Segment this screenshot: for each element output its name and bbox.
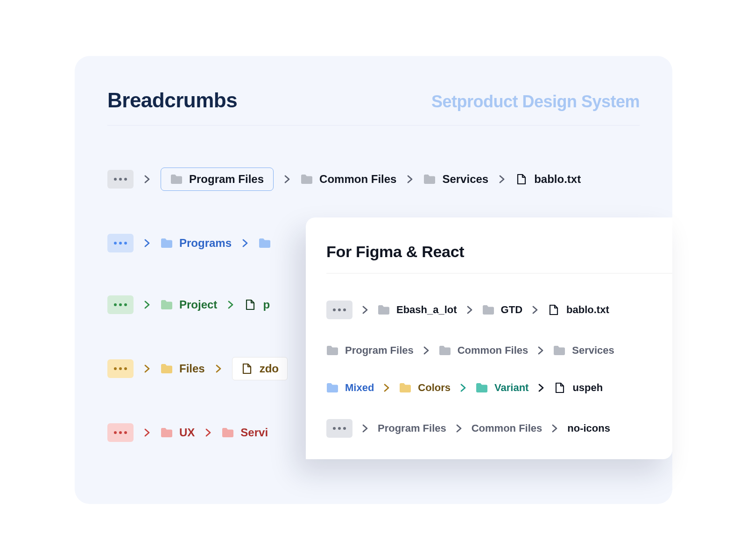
breadcrumb-file[interactable]: bablo.txt (515, 173, 581, 186)
breadcrumb-label: Program Files (345, 344, 414, 357)
folder-icon (423, 174, 436, 184)
folder-icon (476, 383, 488, 393)
folder-icon (326, 383, 338, 393)
breadcrumb-item-programs[interactable]: Programs (161, 237, 232, 250)
showcase-front-card: For Figma & React Ebash_a_lot GTD bablo.… (306, 217, 672, 459)
chevron-right-icon (143, 175, 151, 183)
folder-icon (170, 174, 183, 184)
breadcrumb-label: GTD (501, 304, 522, 316)
chevron-right-icon (536, 346, 545, 355)
breadcrumb-label: zdo (260, 362, 279, 375)
folder-icon (161, 427, 173, 438)
breadcrumb-tail[interactable]: no-icons (567, 422, 610, 434)
breadcrumb-label: Program Files (378, 422, 446, 434)
breadcrumb-file-truncated[interactable]: p (244, 298, 270, 311)
folder-icon (553, 345, 565, 356)
breadcrumb-item[interactable]: Program Files (378, 422, 446, 434)
breadcrumb-label: UX (179, 426, 195, 439)
file-icon (241, 364, 253, 374)
breadcrumb-item-program-files[interactable]: Program Files (161, 168, 274, 191)
breadcrumb-label: bablo.txt (566, 304, 609, 316)
breadcrumb-file[interactable]: bablo.txt (548, 304, 609, 316)
page-title: Breadcrumbs (107, 89, 237, 112)
breadcrumb-item-ux[interactable]: UX (161, 426, 195, 439)
breadcrumb-row: Program Files Common Files Services (326, 344, 672, 357)
chevron-right-icon (382, 384, 391, 392)
chevron-right-icon (143, 428, 151, 437)
breadcrumb-item-files[interactable]: Files (161, 362, 205, 375)
header: Breadcrumbs Setproduct Design System (107, 89, 640, 126)
breadcrumb-row: Program Files Common Files no-icons (326, 419, 672, 438)
breadcrumb-label: Files (179, 362, 205, 375)
breadcrumb-item-variant[interactable]: Variant (476, 382, 529, 394)
breadcrumb-label: p (263, 298, 270, 311)
breadcrumb-label: Services (442, 173, 488, 186)
breadcrumb-file[interactable]: uspeh (554, 382, 603, 394)
breadcrumb-item-truncated[interactable]: Servi (222, 426, 268, 439)
breadcrumb-item[interactable]: GTD (482, 304, 522, 316)
chevron-right-icon (361, 306, 369, 314)
folder-icon (161, 364, 173, 374)
breadcrumb-label: no-icons (567, 422, 610, 434)
overflow-button[interactable] (107, 234, 134, 252)
chevron-right-icon (459, 384, 467, 392)
breadcrumb-row-default: Program Files Common Files Services babl… (107, 168, 640, 191)
breadcrumb-label: Servi (240, 426, 268, 439)
breadcrumb-item-truncated[interactable] (259, 238, 271, 248)
breadcrumb-row-mixed: Mixed Colors Variant uspeh (326, 382, 672, 394)
folder-icon (378, 305, 390, 315)
folder-icon (399, 383, 411, 393)
breadcrumb-item-project[interactable]: Project (161, 298, 217, 311)
folder-icon (301, 174, 313, 184)
breadcrumb-item[interactable]: Program Files (326, 344, 414, 357)
file-icon (515, 174, 528, 184)
folder-icon (259, 238, 271, 248)
breadcrumb-item[interactable]: Ebash_a_lot (378, 304, 457, 316)
overflow-button[interactable] (107, 359, 134, 378)
folder-icon (222, 427, 234, 438)
breadcrumb-label: Variant (494, 382, 529, 394)
chevron-right-icon (422, 346, 430, 355)
file-icon (554, 383, 566, 393)
breadcrumb-label: bablo.txt (534, 173, 581, 186)
chevron-right-icon (361, 424, 369, 433)
brand-label: Setproduct Design System (431, 92, 640, 112)
chevron-right-icon (214, 364, 223, 373)
overflow-button[interactable] (326, 419, 352, 438)
chevron-right-icon (241, 239, 249, 247)
folder-icon (326, 345, 338, 356)
breadcrumb-label: Programs (179, 237, 232, 250)
overflow-button[interactable] (107, 295, 134, 314)
chevron-right-icon (455, 424, 463, 433)
breadcrumb-item-colors[interactable]: Colors (399, 382, 451, 394)
chevron-right-icon (537, 384, 545, 392)
breadcrumb-label: Colors (418, 382, 451, 394)
breadcrumb-item[interactable]: Common Files (472, 422, 543, 434)
chevron-right-icon (465, 306, 474, 314)
breadcrumb-label: Project (179, 298, 217, 311)
chevron-right-icon (226, 301, 235, 309)
chevron-right-icon (406, 175, 414, 183)
overflow-button[interactable] (107, 170, 134, 189)
breadcrumb-file-truncated[interactable]: zdo (232, 357, 288, 380)
breadcrumb-label: Services (572, 344, 614, 357)
breadcrumb-label: uspeh (572, 382, 603, 394)
chevron-right-icon (143, 239, 151, 247)
folder-icon (439, 345, 451, 356)
chevron-right-icon (531, 306, 539, 314)
breadcrumb-item-mixed[interactable]: Mixed (326, 382, 374, 394)
breadcrumb-row: Ebash_a_lot GTD bablo.txt (326, 301, 672, 319)
breadcrumb-item-services[interactable]: Services (423, 173, 488, 186)
folder-icon (161, 238, 173, 248)
breadcrumb-item[interactable]: Services (553, 344, 614, 357)
file-icon (548, 305, 560, 315)
breadcrumb-item[interactable]: Common Files (439, 344, 529, 357)
breadcrumb-label: Mixed (345, 382, 374, 394)
chevron-right-icon (283, 175, 291, 183)
breadcrumb-item-common-files[interactable]: Common Files (301, 173, 396, 186)
breadcrumb-label: Program Files (189, 173, 264, 186)
overflow-button[interactable] (107, 423, 134, 442)
overflow-button[interactable] (326, 301, 352, 319)
folder-icon (161, 300, 173, 310)
chevron-right-icon (143, 364, 151, 373)
